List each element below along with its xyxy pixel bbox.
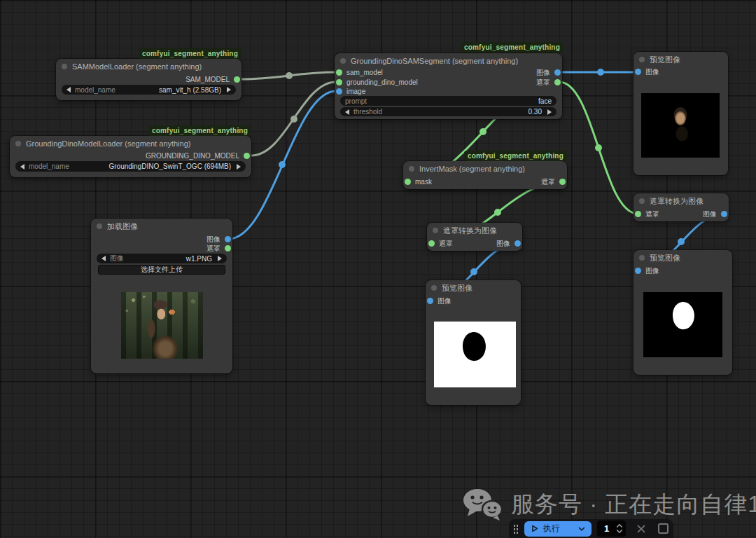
preview-image-mask [643, 292, 722, 357]
combo-prev-icon[interactable] [102, 256, 106, 261]
node-title: 预览图像 [442, 283, 472, 294]
node-title: 遮罩转换为图像 [650, 196, 704, 207]
image-file-combo[interactable]: 图像 w1.PNG [97, 254, 227, 263]
combo-prev-icon[interactable] [66, 87, 71, 92]
node-collapse-dot[interactable] [639, 198, 645, 204]
input-port-sam-model[interactable] [336, 69, 342, 76]
node-collapse-dot[interactable] [97, 223, 102, 229]
stop-icon[interactable] [658, 523, 668, 534]
output-port-image[interactable] [514, 240, 521, 247]
node-mask-to-image-center[interactable]: 遮罩转换为图像 遮罩 图像 [427, 223, 522, 251]
output-port-image[interactable] [225, 236, 231, 242]
link-midpoint-dot [678, 238, 685, 245]
node-preview-image-top-right[interactable]: 预览图像 图像 [634, 52, 728, 175]
output-port-mask[interactable] [554, 79, 561, 85]
link-midpoint-dot [290, 116, 298, 123]
model-name-combo[interactable]: model_name GroundingDINO_SwinT_OGC (694M… [15, 161, 246, 172]
input-port-mask[interactable] [635, 211, 641, 217]
input-port-image[interactable] [635, 69, 641, 75]
node-collapse-dot[interactable] [639, 57, 645, 62]
number-decrease-icon[interactable] [345, 109, 349, 115]
watermark-text: 服务号 · 正在走向自律1 [511, 489, 756, 520]
link-midpoint-dot [279, 161, 286, 168]
node-title: 加载图像 [107, 221, 138, 232]
run-button[interactable]: 执行 [524, 521, 592, 537]
stepper-up-icon[interactable] [616, 523, 623, 528]
widget-value: GroundingDINO_SwinT_OGC (694MB) [108, 163, 231, 170]
threshold-number-widget[interactable]: threshold 0.30 [340, 107, 556, 116]
output-port-grounding-dino-model[interactable] [244, 153, 250, 159]
node-collapse-dot[interactable] [15, 141, 21, 146]
widget-label: model_name [29, 163, 69, 170]
input-port-mask[interactable] [405, 179, 411, 185]
queue-toolbar[interactable]: 执行 1 [509, 519, 673, 538]
input-port-mask[interactable] [428, 240, 435, 247]
link-midpoint-dot [597, 69, 604, 76]
mask-blob [461, 331, 488, 362]
node-collection-badge: comfyui_segment_anything [148, 125, 251, 136]
node-title-bar: InvertMask (segment anything) [403, 161, 567, 177]
node-invert-mask[interactable]: InvertMask (segment anything) mask 遮罩 [403, 161, 567, 189]
link-midpoint-dot [595, 144, 602, 151]
input-port-grounding-dino-model[interactable] [336, 79, 342, 85]
node-collection-badge: comfyui_segment_anything [461, 42, 564, 53]
stepper-down-icon[interactable] [616, 529, 623, 534]
node-preview-image-bottom-right[interactable]: 预览图像 图像 [634, 250, 732, 375]
widget-label: prompt [345, 97, 367, 105]
drag-handle-icon[interactable] [513, 524, 519, 534]
node-collapse-dot[interactable] [340, 58, 346, 64]
output-label: 图像 [496, 239, 510, 249]
input-label: image [346, 88, 365, 95]
number-increase-icon[interactable] [547, 109, 552, 115]
node-title-bar: GroundingDinoModelLoader (segment anythi… [10, 136, 251, 151]
input-label: sam_model [346, 69, 383, 76]
node-preview-image-center[interactable]: 预览图像 图像 [426, 280, 521, 405]
node-title: 预览图像 [650, 55, 680, 65]
output-port-image[interactable] [721, 211, 727, 217]
output-port-mask[interactable] [225, 245, 231, 251]
node-title-bar: 遮罩转换为图像 [427, 223, 522, 238]
input-label: grounding_dino_model [346, 78, 418, 86]
node-graph-canvas[interactable]: comfyui_segment_anything comfyui_segment… [0, 0, 756, 538]
input-label: 遮罩 [439, 239, 453, 249]
run-button-label: 执行 [543, 523, 560, 534]
node-sam-model-loader[interactable]: SAMModelLoader (segment anything) SAM_MO… [56, 59, 241, 100]
node-load-image[interactable]: 加载图像 图像 遮罩 图像 w1.PNG 选择文件上传 [91, 219, 232, 373]
input-port-image[interactable] [336, 88, 342, 95]
widget-value: 0.30 [528, 108, 542, 116]
output-port-image[interactable] [554, 69, 561, 76]
node-collapse-dot[interactable] [431, 285, 437, 291]
watermark: 服务号 · 正在走向自律1 [462, 488, 756, 521]
node-mask-to-image-right[interactable]: 遮罩转换为图像 遮罩 图像 [634, 193, 729, 221]
output-label: 图像 [536, 68, 550, 78]
node-title: GroundingDinoModelLoader (segment anythi… [26, 139, 190, 148]
widget-label: threshold [354, 108, 382, 116]
input-port-image[interactable] [427, 298, 433, 304]
clear-queue-icon[interactable] [636, 523, 647, 534]
combo-next-icon[interactable] [227, 87, 231, 92]
node-collapse-dot[interactable] [62, 64, 67, 69]
combo-next-icon[interactable] [218, 256, 222, 261]
output-port-sam-model[interactable] [234, 76, 240, 83]
combo-prev-icon[interactable] [20, 164, 24, 170]
node-collapse-dot[interactable] [433, 228, 438, 233]
node-collapse-dot[interactable] [409, 166, 414, 172]
combo-next-icon[interactable] [237, 164, 241, 170]
node-title-bar: 预览图像 [634, 52, 728, 67]
node-title-bar: 加载图像 [91, 219, 232, 234]
node-grounding-dino-model-loader[interactable]: GroundingDinoModelLoader (segment anythi… [10, 136, 251, 177]
batch-count-input[interactable]: 1 [597, 520, 626, 537]
output-port-mask[interactable] [559, 179, 566, 185]
node-grounding-dino-sam-segment[interactable]: GroundingDinoSAMSegment (segment anythin… [335, 53, 562, 119]
link-midpoint-dot [470, 268, 477, 275]
link-midpoint-dot [479, 128, 486, 135]
chevron-down-icon[interactable] [578, 525, 586, 533]
upload-file-button[interactable]: 选择文件上传 [98, 265, 225, 275]
model-name-combo[interactable]: model_name sam_vit_h (2.58GB) [62, 85, 236, 95]
prompt-text-input[interactable]: prompt face [340, 96, 556, 106]
node-title: GroundingDinoSAMSegment (segment anythin… [351, 57, 518, 65]
input-port-image[interactable] [635, 268, 641, 274]
preview-image-segmented-face [641, 93, 720, 158]
node-title-bar: 预览图像 [426, 280, 521, 296]
node-collapse-dot[interactable] [639, 255, 645, 261]
